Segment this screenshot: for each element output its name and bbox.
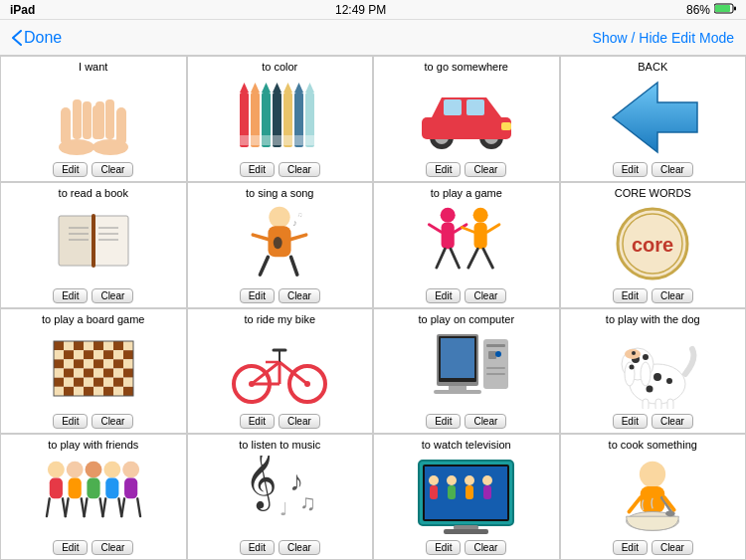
- edit-button-to-play-with-the-dog[interactable]: Edit: [613, 414, 648, 429]
- svg-rect-79: [93, 341, 103, 350]
- edit-button-to-go-somewhere[interactable]: Edit: [426, 162, 461, 177]
- edit-button-to-listen-to-music[interactable]: Edit: [240, 540, 275, 555]
- svg-rect-5: [73, 99, 82, 139]
- cell-buttons-to-read-a-book: Edit Clear: [53, 288, 133, 303]
- cell-buttons-to-play-a-game: Edit Clear: [426, 288, 506, 303]
- svg-rect-23: [273, 135, 281, 145]
- cell-title-to-play-with-friends: to play with friends: [48, 439, 138, 453]
- svg-line-62: [429, 224, 441, 232]
- edit-button-to-watch-television[interactable]: Edit: [426, 540, 461, 555]
- svg-rect-85: [74, 351, 84, 360]
- cell-image-to-play-with-the-dog: [565, 327, 742, 413]
- clear-button-core-words[interactable]: Clear: [652, 288, 693, 303]
- svg-rect-78: [84, 341, 93, 350]
- cell-title-to-color: to color: [262, 61, 297, 75]
- svg-rect-122: [123, 387, 133, 396]
- cell-buttons-to-play-a-board-game: Edit Clear: [53, 414, 133, 429]
- svg-rect-104: [103, 369, 113, 378]
- cell-to-color: to color: [187, 56, 374, 182]
- svg-line-163: [47, 498, 50, 516]
- svg-line-68: [462, 227, 473, 232]
- clear-button-to-play-with-the-dog[interactable]: Clear: [652, 414, 693, 429]
- clear-button-to-cook-something[interactable]: Clear: [652, 540, 693, 555]
- svg-rect-38: [444, 99, 462, 115]
- svg-point-157: [632, 351, 636, 355]
- cell-buttons-to-play-on-computer: Edit Clear: [426, 414, 506, 429]
- edit-button-to-play-with-friends[interactable]: Edit: [53, 540, 88, 555]
- cell-title-to-listen-to-music: to listen to music: [239, 439, 320, 453]
- svg-rect-9: [116, 107, 126, 145]
- edit-button-to-play-a-game[interactable]: Edit: [426, 288, 461, 303]
- svg-point-169: [85, 462, 101, 478]
- svg-rect-96: [103, 360, 113, 369]
- svg-rect-82: [123, 341, 133, 350]
- clear-button-to-read-a-book[interactable]: Clear: [92, 288, 133, 303]
- svg-rect-93: [74, 360, 84, 369]
- clear-button-to-ride-my-bike[interactable]: Clear: [279, 414, 320, 429]
- svg-line-70: [468, 249, 477, 268]
- clear-button-to-listen-to-music[interactable]: Clear: [279, 540, 320, 555]
- svg-text:core: core: [632, 234, 673, 256]
- svg-point-198: [640, 462, 665, 487]
- clear-button-to-play-on-computer[interactable]: Clear: [465, 414, 506, 429]
- clear-button-to-sing-a-song[interactable]: Clear: [279, 288, 320, 303]
- cell-to-watch-television: to watch television Edit Clear: [373, 434, 560, 560]
- cell-buttons-to-listen-to-music: Edit Clear: [240, 540, 320, 555]
- cell-buttons-to-sing-a-song: Edit Clear: [240, 288, 320, 303]
- svg-rect-197: [444, 529, 488, 534]
- svg-rect-144: [486, 367, 505, 369]
- edit-button-to-sing-a-song[interactable]: Edit: [240, 288, 275, 303]
- svg-point-194: [482, 475, 492, 485]
- clear-button-to-watch-television[interactable]: Clear: [465, 540, 506, 555]
- edit-button-back[interactable]: Edit: [613, 162, 648, 177]
- clear-button-to-go-somewhere[interactable]: Clear: [465, 162, 506, 177]
- svg-marker-13: [240, 83, 249, 93]
- clear-button-back[interactable]: Clear: [652, 162, 693, 177]
- edit-button-to-ride-my-bike[interactable]: Edit: [240, 414, 275, 429]
- clear-button-to-play-a-board-game[interactable]: Clear: [92, 414, 133, 429]
- svg-rect-40: [501, 122, 511, 130]
- svg-rect-14: [240, 135, 249, 145]
- cell-title-to-sing-a-song: to sing a song: [246, 187, 314, 201]
- svg-rect-158: [643, 399, 649, 409]
- clear-button-to-play-a-game[interactable]: Clear: [465, 288, 506, 303]
- svg-rect-145: [486, 373, 505, 375]
- edit-button-core-words[interactable]: Edit: [613, 288, 648, 303]
- cell-image-to-go-somewhere: [378, 75, 555, 160]
- svg-point-192: [465, 475, 474, 485]
- clear-button-to-play-with-friends[interactable]: Clear: [92, 540, 133, 555]
- cell-title-to-read-a-book: to read a book: [59, 187, 128, 201]
- cell-image-to-listen-to-music: 𝄞 ♪ ♫ ♩: [192, 453, 369, 538]
- cell-title-to-play-a-game: to play a game: [431, 187, 502, 201]
- back-button[interactable]: Done: [12, 29, 62, 47]
- cell-title-to-ride-my-bike: to ride my bike: [244, 313, 315, 327]
- clear-button-i-want[interactable]: Clear: [92, 162, 133, 177]
- svg-rect-191: [448, 485, 456, 499]
- svg-rect-178: [124, 478, 137, 499]
- cell-image-to-color: [192, 75, 369, 160]
- edit-button-to-play-on-computer[interactable]: Edit: [426, 414, 461, 429]
- svg-rect-102: [84, 369, 93, 378]
- cell-title-back: BACK: [638, 61, 667, 75]
- cell-buttons-to-play-with-the-dog: Edit Clear: [613, 414, 693, 429]
- edit-button-to-play-a-board-game[interactable]: Edit: [53, 414, 88, 429]
- edit-button-to-read-a-book[interactable]: Edit: [53, 288, 88, 303]
- svg-rect-81: [113, 341, 123, 350]
- cell-buttons-to-ride-my-bike: Edit Clear: [240, 414, 320, 429]
- svg-rect-61: [441, 222, 454, 248]
- cell-to-go-somewhere: to go somewhere Edit Clear: [373, 56, 560, 182]
- svg-line-179: [121, 498, 124, 516]
- svg-line-69: [486, 224, 498, 232]
- show-hide-edit-mode-button[interactable]: Show / Hide Edit Mode: [593, 30, 734, 46]
- cell-image-i-want: [5, 75, 182, 160]
- clear-button-to-color[interactable]: Clear: [279, 162, 320, 177]
- cell-image-to-play-a-board-game: [5, 327, 182, 413]
- svg-rect-170: [87, 478, 99, 499]
- edit-button-to-cook-something[interactable]: Edit: [613, 540, 648, 555]
- edit-button-i-want[interactable]: Edit: [53, 162, 88, 177]
- svg-line-171: [84, 498, 87, 516]
- edit-button-to-color[interactable]: Edit: [240, 162, 275, 177]
- svg-marker-22: [273, 83, 281, 93]
- svg-marker-28: [294, 83, 303, 93]
- cell-buttons-core-words: Edit Clear: [613, 288, 693, 303]
